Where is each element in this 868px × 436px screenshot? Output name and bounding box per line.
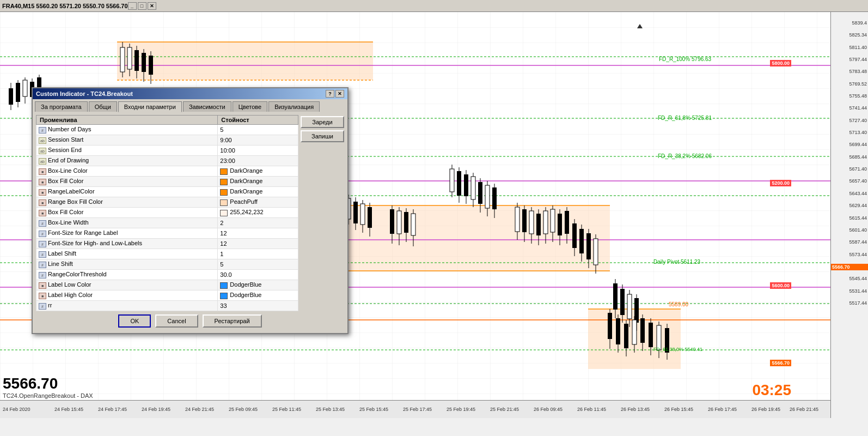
svg-rect-118 [640,318,645,343]
svg-rect-22 [9,88,13,105]
restart-button[interactable]: Рестартирай [203,314,262,328]
svg-rect-116 [632,320,637,344]
svg-text:FD_61,38,0%  5540.41: FD_61,38,0% 5540.41 [653,347,702,352]
table-row[interactable]: ■Label High ColorDodgerBlue [36,290,298,301]
table-row[interactable]: ■Box-Line ColorDarkOrange [36,166,298,177]
svg-rect-76 [492,187,497,209]
table-row[interactable]: ■Label Low ColorDodgerBlue [36,280,298,290]
table-row[interactable]: ■Range Box Fill ColorPeachPuff [36,197,298,208]
svg-rect-112 [616,318,620,344]
close-btn[interactable]: ✕ [148,2,156,10]
table-row[interactable]: abEnd of Drawing23:00 [36,156,298,166]
svg-rect-26 [23,80,27,96]
tab-visualization[interactable]: Визуализация [268,101,320,112]
svg-rect-54 [368,207,372,228]
table-row[interactable]: ■Box Fill Color255,242,232 [36,208,298,218]
table-row[interactable]: #Font-Size for High- and Low-Labels12 [36,239,298,249]
svg-rect-108 [634,298,639,323]
svg-rect-96 [579,229,584,253]
table-row[interactable]: #Line Shift5 [36,259,298,270]
price-box-5600: 5600.00 [770,282,791,289]
svg-text:FD_R_61,8%  5725.81: FD_R_61,8% 5725.81 [658,115,712,121]
tab-inputs[interactable]: Входни параметри [118,101,182,112]
svg-rect-34 [127,47,132,69]
table-row[interactable]: #Box-Line Width2 [36,218,298,228]
svg-rect-68 [464,174,468,196]
save-button[interactable]: Запиши [301,130,344,142]
col-variable-header: Променлива [36,116,218,125]
ok-button[interactable]: OK [118,314,151,328]
price-current: 5566.70 [770,360,791,366]
svg-rect-64 [450,169,454,192]
svg-rect-100 [594,239,598,265]
svg-rect-88 [551,209,555,232]
bottom-buttons: OK Cancel Рестартирай [36,311,344,330]
svg-rect-70 [471,177,475,199]
price-axis: 5839.4 5825.34 5811.40 5797.44 5783.48 5… [830,12,868,418]
svg-rect-84 [536,214,541,235]
tab-about[interactable]: За програмата [35,101,88,112]
minimize-btn[interactable]: _ [128,2,137,10]
svg-text:Daily Pivot  5611.23: Daily Pivot 5611.23 [653,259,701,265]
svg-rect-60 [404,212,408,233]
table-row[interactable]: ■RangeLabelColorDarkOrange [36,187,298,197]
price-box-5800: 5800.00 [770,60,791,66]
maximize-btn[interactable]: □ [138,2,146,10]
svg-rect-104 [620,289,625,315]
svg-text:FD_R_100%  5796.63: FD_R_100% 5796.63 [659,56,712,62]
svg-rect-62 [411,214,415,235]
svg-rect-66 [457,171,461,196]
indicator-dialog: Custom Indicator - TC24.Breakout ? ✕ За … [32,87,349,334]
dialog-content: Променлива Стойност #Number of Days5abSe… [33,112,347,333]
table-row[interactable]: #Label Shift1 [36,249,298,259]
svg-rect-110 [608,313,612,339]
svg-rect-40 [149,56,153,75]
table-row[interactable]: abSession Start9:00 [36,135,298,146]
dialog-close-btn[interactable]: ✕ [335,90,344,98]
svg-rect-58 [397,211,401,234]
tab-dependencies[interactable]: Зависимости [183,101,231,112]
tab-colors[interactable]: Цветове [233,101,267,112]
svg-rect-74 [485,185,490,208]
table-row[interactable]: abSession End10:00 [36,146,298,156]
bottom-price-display: 5566.70 TC24.OpenRangeBreakout - DAX [3,375,93,399]
col-value-header: Стойност [218,116,298,125]
svg-rect-1 [117,42,373,80]
params-table-container[interactable]: Променлива Стойност #Number of Days5abSe… [36,115,298,311]
clock-display: 03:25 [752,382,791,399]
svg-rect-102 [613,283,618,310]
cancel-button[interactable]: Cancel [155,314,198,328]
svg-rect-92 [565,211,569,234]
svg-rect-32 [120,47,125,72]
window-controls: _ □ ✕ [128,2,156,10]
svg-rect-52 [360,204,365,225]
svg-rect-72 [478,182,482,204]
table-row[interactable]: #Number of Days5 [36,125,298,135]
svg-rect-24 [16,83,20,102]
table-row[interactable]: ■Box Fill ColorDarkOrange [36,177,298,187]
svg-rect-98 [586,233,591,259]
dialog-help-btn[interactable]: ? [326,90,334,98]
side-buttons: Зареди Запиши [301,115,344,311]
tab-general[interactable]: Общи [89,101,117,112]
price-box-5200: 5200.00 [770,180,791,186]
table-row[interactable]: #rr33 [36,301,298,311]
svg-rect-94 [572,223,577,248]
indicator-name: TC24.OpenRangeBreakout - DAX [3,392,93,399]
dialog-title-buttons: ? ✕ [326,90,344,98]
table-row[interactable]: #Font-Size for Range Label12 [36,228,298,239]
big-price: 5566.70 [3,375,93,392]
svg-rect-38 [142,53,146,72]
chart-title: FRA40,M15 5560.20 5571.20 5550.70 5566.7… [2,3,128,9]
table-area: Променлива Стойност #Number of Days5abSe… [36,115,344,311]
svg-rect-90 [558,214,562,235]
svg-rect-86 [543,211,548,234]
title-bar: FRA40,M15 5560.20 5571.20 5550.70 5566.7… [0,0,868,12]
svg-text:FD_R_38,2%  5682.06: FD_R_38,2% 5682.06 [658,153,712,159]
dialog-title: Custom Indicator - TC24.Breakout [36,90,133,97]
table-row[interactable]: #RangeColorThreshold30.0 [36,270,298,280]
svg-rect-56 [390,209,394,234]
load-button[interactable]: Зареди [301,116,344,128]
svg-rect-80 [522,209,527,232]
dialog-titlebar: Custom Indicator - TC24.Breakout ? ✕ [33,88,347,99]
